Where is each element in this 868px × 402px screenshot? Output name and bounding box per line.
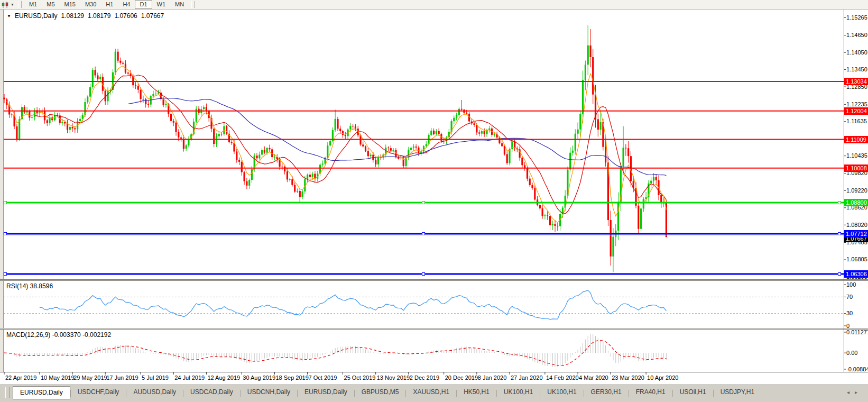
chart-tab-0-EURUSD-Daily[interactable]: EURUSD,Daily [13, 386, 70, 399]
price-tick-label: 1.15265 [846, 14, 867, 21]
macd-panel[interactable] [4, 330, 844, 372]
toolbar-grip[interactable] [19, 1, 22, 8]
timeframe-button-MN[interactable]: MN [170, 0, 189, 9]
price-tick-label: 1.12850 [846, 84, 867, 90]
chevron-down-icon[interactable]: ▼ [11, 3, 14, 6]
timeframe-button-M5[interactable]: M5 [42, 0, 59, 9]
hline-price-label-1.07712: 1.07712 [844, 230, 868, 237]
price-tick-label: 1.09220 [846, 187, 867, 194]
timeframe-button-M1[interactable]: M1 [24, 0, 42, 9]
chart-tab-10-UK100-H1[interactable]: UK100,H1 [540, 386, 583, 398]
candlestick-chart-icon [2, 2, 9, 8]
timeframe-button-M30[interactable]: M30 [80, 0, 101, 9]
chart-tab-6-GBPUSD-M5[interactable]: GBPUSD,M5 [355, 386, 406, 398]
macd-tick-label: 0.00 [846, 350, 857, 356]
tabbar-grip[interactable] [5, 387, 10, 398]
price-tick-label: 1.11635 [846, 118, 867, 124]
chart-tab-9-UK100-H1[interactable]: UK100,H1 [497, 386, 540, 398]
timeframe-button-H1[interactable]: H1 [101, 0, 118, 9]
line-handle[interactable] [838, 272, 841, 275]
rsi-tick-label: 70 [846, 294, 853, 300]
price-tick-label: 1.08620 [846, 204, 867, 211]
chart-tab-4-USDCNH-Daily[interactable]: USDCNH,Daily [241, 386, 297, 398]
price-tick-label: 1.14050 [846, 49, 867, 56]
line-handle[interactable] [4, 232, 7, 235]
price-tick-label: 1.13450 [846, 66, 867, 72]
chart-tab-1-USDCHF-Daily[interactable]: USDCHF,Daily [71, 386, 126, 398]
line-handle[interactable] [4, 272, 7, 275]
charts-toolbar-icon[interactable] [0, 1, 11, 8]
timeframe-button-H4[interactable]: H4 [118, 0, 135, 9]
line-handle[interactable] [422, 232, 425, 235]
price-tick-label: 1.07405 [846, 239, 867, 245]
rsi-panel[interactable] [4, 281, 844, 328]
price-axis-border [844, 10, 844, 372]
hline-price-label-1.12004: 1.12004 [844, 107, 868, 115]
macd-tick-label: -0.008845 [846, 366, 868, 372]
price-tick-label: 1.14650 [846, 32, 867, 38]
line-handle[interactable] [4, 202, 7, 204]
line-handle[interactable] [422, 272, 425, 275]
timeframe-button-W1[interactable]: W1 [152, 0, 171, 9]
line-handle[interactable] [422, 202, 425, 204]
price-tick-label: 1.06805 [846, 256, 867, 262]
date-axis[interactable] [0, 372, 868, 385]
tab-scroll-right-icon[interactable]: ▸ [855, 389, 863, 395]
toolbar-grip-end[interactable] [191, 1, 195, 8]
hline-price-label-1.13034: 1.13034 [844, 78, 868, 85]
main-chart-panel[interactable] [4, 10, 844, 279]
tab-scroll-left-icon[interactable]: ◂ [847, 389, 855, 395]
price-tick-label: 1.08020 [846, 222, 867, 228]
line-handle[interactable] [838, 232, 841, 235]
chart-tab-bar: EURUSD,DailyUSDCHF,DailyAUDUSD,DailyUSDC… [0, 385, 868, 402]
chart-tab-12-FRA40-H1[interactable]: FRA40,H1 [629, 386, 672, 398]
chart-tab-11-GER30-H1[interactable]: GER30,H1 [584, 386, 629, 398]
price-tick-label: 1.10435 [846, 152, 867, 159]
timeframes-toolbar: ▼ M1M5M15M30H1H4D1W1MN [0, 0, 868, 10]
chart-tab-5-EURUSD-Daily[interactable]: EURUSD,Daily [298, 386, 354, 398]
hline-price-label-1.08800: 1.08800 [844, 199, 868, 206]
rsi-tick-label: 100 [846, 281, 856, 288]
chart-tab-14-USDJPY-H1[interactable]: USDJPY,H1 [714, 386, 761, 398]
macd-tick-label: 0.011277 [846, 329, 868, 335]
chart-tab-8-HK50-H1[interactable]: HK50,H1 [457, 386, 496, 398]
chart-tab-3-USDCAD-Daily[interactable]: USDCAD,Daily [183, 386, 240, 398]
tab-scroll-arrows: ◂▸ [847, 389, 863, 395]
chart-tab-13-USOil-H1[interactable]: USOil,H1 [673, 386, 713, 398]
chart-tab-7-XAUUSD-H1[interactable]: XAUUSD,H1 [406, 386, 456, 398]
line-handle[interactable] [838, 202, 841, 204]
hline-price-label-1.11009: 1.11009 [844, 136, 868, 143]
timeframe-buttons: M1M5M15M30H1H4D1W1MN [24, 0, 189, 9]
rsi-tick-label: 30 [846, 310, 853, 316]
bid-price-label: 1.07667 [844, 235, 868, 242]
timeframe-button-D1[interactable]: D1 [135, 0, 152, 9]
terminal-window: ▼ M1M5M15M30H1H4D1W1MN ▼ EURUSD,Daily 1.… [0, 0, 868, 402]
hline-price-label-1.06306: 1.06306 [844, 270, 868, 278]
price-tick-label: 1.09820 [846, 170, 867, 176]
timeframe-button-M15[interactable]: M15 [60, 0, 80, 9]
price-tick-label: 1.12235 [846, 101, 867, 107]
hline-price-label-1.10008: 1.10008 [844, 165, 868, 172]
chart-tab-2-AUDUSD-Daily[interactable]: AUDUSD,Daily [126, 386, 183, 398]
